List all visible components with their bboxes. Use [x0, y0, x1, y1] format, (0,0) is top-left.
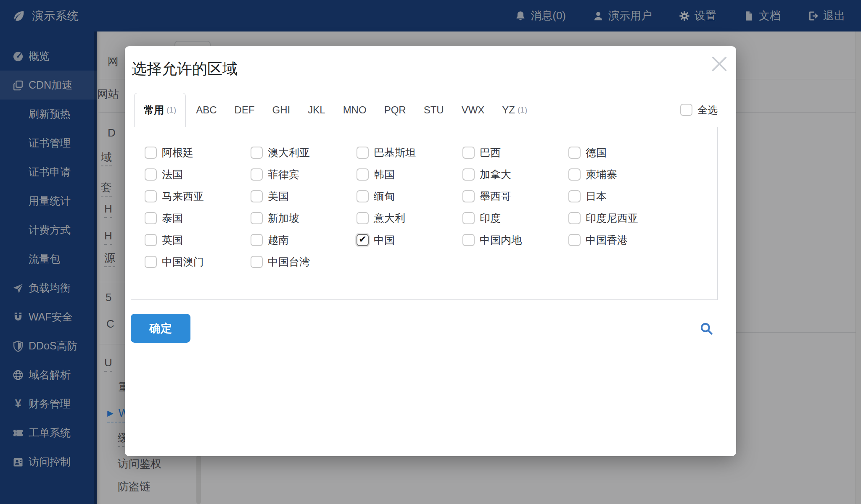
region-label: 新加坡	[268, 211, 299, 225]
confirm-button[interactable]: 确定	[131, 314, 190, 343]
tab-YZ[interactable]: YZ(1)	[502, 93, 527, 127]
region-checkbox[interactable]: ✔	[568, 147, 581, 159]
region-checkbox[interactable]: ✔	[145, 147, 157, 159]
tab-label: STU	[424, 104, 444, 116]
region-item-6[interactable]: ✔菲律宾	[251, 163, 357, 185]
region-label: 印度尼西亚	[586, 211, 638, 225]
modal-title: 选择允许的区域	[132, 59, 718, 79]
region-item-4[interactable]: ✔德国	[568, 142, 674, 163]
region-checkbox[interactable]: ✔	[568, 168, 581, 181]
region-item-19[interactable]: ✔印度尼西亚	[568, 207, 674, 229]
region-item-22[interactable]: ✔中国	[357, 229, 462, 251]
region-checkbox[interactable]: ✔	[145, 190, 157, 202]
region-item-10[interactable]: ✔马来西亚	[145, 185, 251, 207]
region-label: 中国	[374, 233, 395, 247]
region-item-5[interactable]: ✔法国	[145, 163, 251, 185]
select-all-label: 全选	[697, 103, 718, 117]
region-checkbox[interactable]: ✔	[568, 212, 581, 224]
tab-PQR[interactable]: PQR	[384, 93, 406, 127]
tab-STU[interactable]: STU	[424, 93, 444, 127]
region-item-2[interactable]: ✔巴基斯坦	[357, 142, 462, 163]
region-checkbox[interactable]: ✔	[462, 168, 475, 181]
region-item-23[interactable]: ✔中国内地	[462, 229, 568, 251]
region-label: 柬埔寨	[586, 168, 617, 181]
region-checkbox[interactable]: ✔	[251, 212, 263, 224]
region-checkbox[interactable]: ✔	[462, 190, 475, 202]
region-checkbox[interactable]: ✔	[251, 168, 263, 181]
tab-VWX[interactable]: VWX	[462, 93, 485, 127]
region-item-9[interactable]: ✔柬埔寨	[568, 163, 674, 185]
region-item-7[interactable]: ✔韩国	[357, 163, 462, 185]
region-item-11[interactable]: ✔美国	[251, 185, 357, 207]
region-item-3[interactable]: ✔巴西	[462, 142, 568, 163]
region-label: 韩国	[374, 168, 395, 181]
region-label: 巴基斯坦	[374, 146, 416, 160]
region-item-1[interactable]: ✔澳大利亚	[251, 142, 357, 163]
region-select-modal: 选择允许的区域 常用(1)ABCDEFGHIJKLMNOPQRSTUVWXYZ(…	[125, 46, 736, 456]
tab-label: PQR	[384, 104, 406, 116]
tab-count: (1)	[518, 105, 527, 115]
region-item-20[interactable]: ✔英国	[145, 229, 251, 251]
tab-MNO[interactable]: MNO	[343, 93, 367, 127]
region-checkbox[interactable]: ✔	[462, 212, 475, 224]
region-checkbox[interactable]: ✔	[357, 168, 369, 181]
region-checkbox[interactable]: ✔	[357, 147, 369, 159]
region-label: 墨西哥	[480, 189, 511, 203]
tab-DEF[interactable]: DEF	[235, 93, 255, 127]
region-checkbox[interactable]: ✔	[462, 147, 475, 159]
region-label: 意大利	[374, 211, 405, 225]
region-checkbox[interactable]: ✔	[145, 234, 157, 246]
close-button[interactable]	[709, 55, 729, 75]
region-label: 美国	[268, 189, 289, 203]
region-label: 澳大利亚	[268, 146, 310, 160]
modal-footer: 确定	[131, 314, 718, 343]
region-item-16[interactable]: ✔新加坡	[251, 207, 357, 229]
region-checkbox[interactable]: ✔	[145, 212, 157, 224]
region-item-15[interactable]: ✔泰国	[145, 207, 251, 229]
region-checkbox[interactable]: ✔	[251, 147, 263, 159]
tab-label: JKL	[308, 104, 325, 116]
region-checkbox[interactable]: ✔	[357, 190, 369, 202]
region-item-24[interactable]: ✔中国香港	[568, 229, 674, 251]
region-item-18[interactable]: ✔印度	[462, 207, 568, 229]
region-item-12[interactable]: ✔缅甸	[357, 185, 462, 207]
region-label: 日本	[586, 189, 607, 203]
region-checkbox[interactable]: ✔	[145, 168, 157, 181]
region-item-14[interactable]: ✔日本	[568, 185, 674, 207]
region-checkbox[interactable]: ✔	[357, 234, 369, 246]
region-item-13[interactable]: ✔墨西哥	[462, 185, 568, 207]
region-item-8[interactable]: ✔加拿大	[462, 163, 568, 185]
tab-JKL[interactable]: JKL	[308, 93, 325, 127]
region-checkbox[interactable]: ✔	[568, 234, 581, 246]
tab-label: YZ	[502, 104, 515, 116]
region-label: 菲律宾	[268, 168, 299, 181]
region-label: 中国澳门	[162, 255, 204, 269]
region-item-17[interactable]: ✔意大利	[357, 207, 462, 229]
region-checkbox[interactable]: ✔	[251, 234, 263, 246]
search-button[interactable]	[699, 321, 713, 336]
tab-GHI[interactable]: GHI	[272, 93, 291, 127]
region-checkbox[interactable]: ✔	[462, 234, 475, 246]
tab-count: (1)	[166, 105, 176, 115]
region-checkbox[interactable]: ✔	[145, 256, 157, 268]
tab-ABC[interactable]: ABC	[196, 93, 217, 127]
select-all-checkbox[interactable]	[680, 104, 692, 116]
region-checkbox[interactable]: ✔	[251, 190, 263, 202]
tab-label: MNO	[343, 104, 367, 116]
region-label: 法国	[162, 168, 183, 181]
region-grid: ✔阿根廷✔澳大利亚✔巴基斯坦✔巴西✔德国✔法国✔菲律宾✔韩国✔加拿大✔柬埔寨✔马…	[131, 127, 717, 273]
region-item-26[interactable]: ✔中国台湾	[251, 251, 357, 273]
region-label: 中国香港	[586, 233, 628, 247]
region-panel: ✔阿根廷✔澳大利亚✔巴基斯坦✔巴西✔德国✔法国✔菲律宾✔韩国✔加拿大✔柬埔寨✔马…	[131, 127, 718, 300]
region-item-25[interactable]: ✔中国澳门	[145, 251, 251, 273]
region-item-21[interactable]: ✔越南	[251, 229, 357, 251]
region-item-0[interactable]: ✔阿根廷	[145, 142, 251, 163]
region-label: 加拿大	[480, 168, 511, 181]
region-checkbox[interactable]: ✔	[568, 190, 581, 202]
region-checkbox[interactable]: ✔	[251, 256, 263, 268]
region-checkbox[interactable]: ✔	[357, 212, 369, 224]
tab-label: VWX	[462, 104, 485, 116]
select-all-control[interactable]: 全选	[680, 93, 718, 127]
close-icon	[710, 54, 729, 75]
tab-常用[interactable]: 常用(1)	[134, 93, 186, 127]
